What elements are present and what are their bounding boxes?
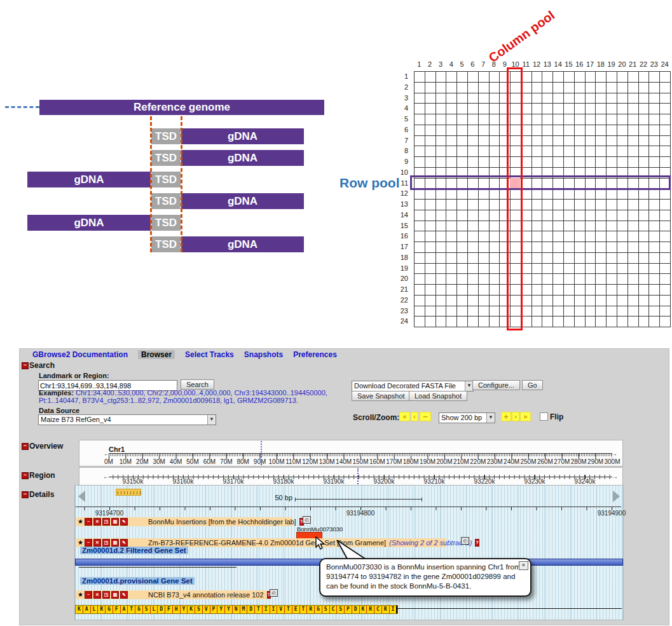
tick-label: 50M xyxy=(186,458,198,465)
track-header-ncbi[interactable]: ★−✕◳▤✎ NCBI B73_v4 annotation release 10… xyxy=(76,590,268,599)
save-icon[interactable]: ▤ xyxy=(111,591,119,599)
collapse-icon[interactable]: − xyxy=(85,591,92,599)
grid-column-label: 14 xyxy=(552,60,563,69)
grid-cell xyxy=(553,242,564,253)
collapse-region-icon[interactable]: − xyxy=(22,472,29,479)
search-button[interactable]: Search xyxy=(181,379,214,390)
grid-cell xyxy=(639,93,650,104)
grid-cell xyxy=(521,274,532,285)
overview-scale-widget[interactable] xyxy=(116,489,141,496)
grid-cell xyxy=(628,83,639,93)
collapse-search-icon[interactable]: − xyxy=(22,362,29,369)
grid-cell xyxy=(457,136,468,147)
share-icon[interactable]: ◳ xyxy=(102,539,110,547)
close-icon[interactable]: ✕ xyxy=(93,518,101,526)
configure-button[interactable]: Configure... xyxy=(472,380,520,390)
examples-links-line1[interactable]: Chr1:34,400..530,000, Chr2:2,000,000..4,… xyxy=(76,389,327,397)
examples-links-line2[interactable]: Pt:1..140447, B73V4_ctg253:1..82,972, Zm… xyxy=(39,397,298,404)
nav-select-tracks[interactable]: Select Tracks xyxy=(185,350,234,359)
zoom-out-button[interactable]: − xyxy=(420,412,431,421)
configure-icon[interactable]: ✎ xyxy=(120,518,128,526)
grid-cell xyxy=(542,200,553,210)
amino-acid-cell: T xyxy=(285,606,292,613)
scroll-right-button[interactable]: › xyxy=(512,412,519,421)
collapse-icon[interactable]: − xyxy=(85,539,92,547)
overview-panel[interactable]: Chr1 ← → 0M10M20M30M40M50M60M70M80M90M10… xyxy=(79,440,623,466)
nav-preferences[interactable]: Preferences xyxy=(293,350,337,359)
favorite-star-icon[interactable]: ★ xyxy=(78,519,83,525)
amino-acid-cell: R xyxy=(367,606,374,613)
zoom-in-button[interactable]: + xyxy=(501,412,511,421)
grid-cell xyxy=(628,146,639,157)
collapse-details-icon[interactable]: − xyxy=(22,491,29,498)
grid-cell xyxy=(617,72,628,83)
popout-icon[interactable]: ◴ xyxy=(303,516,311,524)
popout-icon[interactable]: ◴ xyxy=(270,589,278,597)
nav-browser[interactable]: Browser xyxy=(138,350,175,359)
track-header-bonnmu[interactable]: ★−✕◳▤✎ BonnMu Insertions [from the Hochh… xyxy=(76,517,292,526)
scroll-far-right-button[interactable]: » xyxy=(520,412,531,421)
save-icon[interactable]: ▤ xyxy=(111,539,119,547)
share-icon[interactable]: ◳ xyxy=(102,518,110,526)
save-icon[interactable]: ▤ xyxy=(111,518,119,526)
details-panel[interactable]: 50 bp 931947009319480093194900 ★−✕◳▤✎ Bo… xyxy=(74,485,624,620)
pan-right-arrow[interactable] xyxy=(613,491,620,502)
configure-icon[interactable]: ✎ xyxy=(120,591,128,599)
configure-icon[interactable]: ✎ xyxy=(120,539,128,547)
tick-label: 200M xyxy=(436,458,452,465)
subtrack-label-filtered[interactable]: Zm00001d.2 Filtered Gene Set xyxy=(80,547,188,554)
tsd-bar: TSD xyxy=(151,236,181,252)
amino-acid-cell: L xyxy=(151,606,158,613)
share-icon[interactable]: ◳ xyxy=(102,591,110,599)
grid-cell xyxy=(575,274,586,285)
pan-left-arrow[interactable] xyxy=(78,491,85,502)
scroll-left-button[interactable]: ‹ xyxy=(411,412,418,421)
popout-icon[interactable]: ◴ xyxy=(461,537,469,545)
grid-cell xyxy=(617,210,628,221)
grid-cell xyxy=(479,72,490,83)
grid-cell xyxy=(628,104,639,114)
nav-snapshots[interactable]: Snapshots xyxy=(244,350,283,359)
grid-cell xyxy=(436,274,447,285)
go-button[interactable]: Go xyxy=(522,380,543,390)
subtracks-note[interactable]: (Showing 2 of 2 subtracks) xyxy=(389,539,472,547)
grid-cell xyxy=(628,189,639,200)
favorite-star-icon[interactable]: ★ xyxy=(78,540,83,546)
close-icon[interactable]: ✕ xyxy=(93,539,101,547)
grid-cell xyxy=(446,296,457,306)
favorite-star-icon[interactable]: ★ xyxy=(78,592,83,598)
overview-tick-labels: 0M10M20M30M40M50M60M70M80M90M100M110M120… xyxy=(109,458,612,465)
grid-cell xyxy=(446,316,457,327)
grid-cell xyxy=(468,264,479,275)
flip-checkbox[interactable] xyxy=(540,412,548,421)
grid-cell xyxy=(617,136,628,147)
close-icon[interactable]: ✕ xyxy=(93,591,101,599)
collapse-icon[interactable]: − xyxy=(85,518,92,526)
scroll-far-left-button[interactable]: « xyxy=(399,412,410,421)
data-source-select[interactable]: Maize B73 RefGen_v4 ▼ xyxy=(38,414,216,425)
grid-column-label: 3 xyxy=(435,60,446,69)
grid-cell xyxy=(542,83,553,93)
grid-cell xyxy=(446,136,457,147)
fasta-download-select[interactable]: Download Decorated FASTA File ▼ xyxy=(352,381,474,391)
close-icon[interactable]: × xyxy=(519,561,528,570)
show-span-select[interactable]: Show 200 bp ▼ xyxy=(439,412,495,423)
grid-row-label: 6 xyxy=(394,125,411,135)
nav-gbrowse2-documentation[interactable]: GBrowse2 Documentation xyxy=(32,350,128,359)
load-snapshot-button[interactable]: Load Snapshot xyxy=(409,391,467,401)
grid-cell xyxy=(575,242,586,253)
track-header-gene-set[interactable]: ★−✕◳▤✎ Zm-B73-REFERENCE-GRAMENE-4.0 Zm00… xyxy=(76,538,446,547)
grid-cell xyxy=(586,221,596,232)
help-icon[interactable]: ? xyxy=(475,539,479,547)
save-snapshot-button[interactable]: Save Snapshot xyxy=(352,391,411,401)
collapse-overview-icon[interactable]: − xyxy=(22,443,29,450)
tick-label: 93170k xyxy=(223,478,244,485)
subtrack-label-provisional[interactable]: Zm00001d.provisional Gene Set xyxy=(80,577,195,585)
grid-cell xyxy=(586,72,596,83)
grid-cell xyxy=(649,253,660,264)
grid-cell xyxy=(521,242,532,253)
grid-cell xyxy=(553,285,564,296)
region-panel[interactable]: ← → 93150k93160k93170k93180k93190k93200k… xyxy=(79,467,623,486)
tick-label: 93160k xyxy=(173,478,194,485)
grid-cell xyxy=(479,114,490,125)
